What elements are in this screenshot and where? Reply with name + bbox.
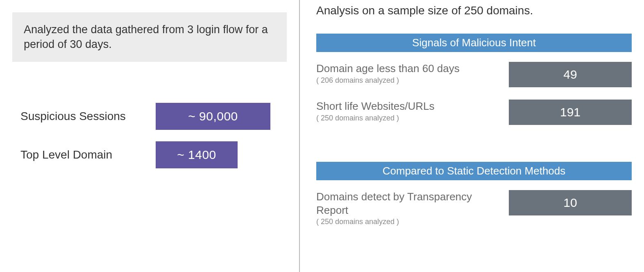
right-column: Analysis on a sample size of 250 domains… bbox=[300, 0, 644, 272]
signal-title: Domain age less than 60 days bbox=[316, 62, 501, 75]
stat-label: Top Level Domain bbox=[20, 148, 143, 161]
signal-value: 49 bbox=[509, 62, 632, 87]
stat-row: Suspicious Sessions ~ 90,000 bbox=[20, 103, 287, 130]
signal-value: 191 bbox=[509, 100, 632, 125]
signal-title: Short life Websites/URLs bbox=[316, 100, 501, 113]
signal-row: Short life Websites/URLs ( 250 domains a… bbox=[316, 100, 632, 125]
spacer bbox=[316, 137, 632, 162]
signal-row: Domains detect by Transparency Report ( … bbox=[316, 190, 632, 226]
signal-title: Domains detect by Transparency Report bbox=[316, 190, 501, 217]
left-column: Analyzed the data gathered from 3 login … bbox=[0, 0, 299, 272]
signal-value: 10 bbox=[509, 190, 632, 215]
section-header-compared: Compared to Static Detection Methods bbox=[316, 162, 632, 180]
slide: Analyzed the data gathered from 3 login … bbox=[0, 0, 644, 272]
stat-label: Suspicious Sessions bbox=[20, 110, 143, 123]
stat-value: ~ 1400 bbox=[156, 141, 238, 168]
section-header-signals: Signals of Malicious Intent bbox=[316, 34, 632, 52]
left-stats: Suspicious Sessions ~ 90,000 Top Level D… bbox=[12, 103, 287, 168]
signal-text: Domains detect by Transparency Report ( … bbox=[316, 190, 509, 226]
stat-row: Top Level Domain ~ 1400 bbox=[20, 141, 287, 168]
stat-value: ~ 90,000 bbox=[156, 103, 270, 130]
signal-sub: ( 250 domains analyzed ) bbox=[316, 218, 501, 226]
signal-sub: ( 250 domains analyzed ) bbox=[316, 114, 501, 122]
sample-size-text: Analysis on a sample size of 250 domains… bbox=[316, 4, 632, 17]
signal-text: Domain age less than 60 days ( 206 domai… bbox=[316, 62, 509, 85]
signal-sub: ( 206 domains analyzed ) bbox=[316, 76, 501, 85]
intro-box: Analyzed the data gathered from 3 login … bbox=[12, 12, 287, 62]
signal-text: Short life Websites/URLs ( 250 domains a… bbox=[316, 100, 509, 122]
signal-row: Domain age less than 60 days ( 206 domai… bbox=[316, 62, 632, 87]
